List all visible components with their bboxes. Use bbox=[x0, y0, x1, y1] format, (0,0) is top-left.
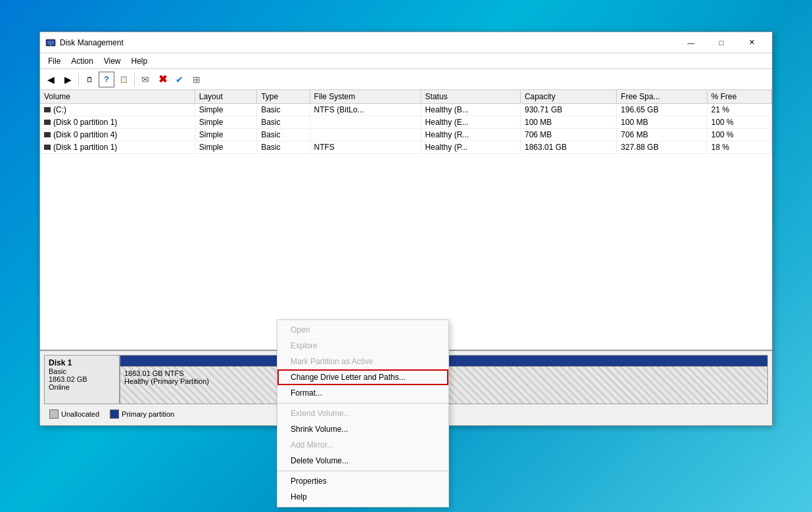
legend-primary-box bbox=[110, 409, 119, 419]
maximize-button[interactable]: □ bbox=[706, 32, 736, 53]
cell-layout: Simple bbox=[195, 141, 256, 154]
cell-layout: Simple bbox=[195, 116, 256, 129]
col-volume: Volume bbox=[40, 90, 195, 104]
ctx-item-help[interactable]: Help bbox=[277, 489, 448, 505]
cell-pct: 18 % bbox=[707, 141, 771, 154]
cell-pct: 21 % bbox=[707, 104, 771, 116]
window-controls: — □ ✕ bbox=[676, 32, 767, 53]
cell-status: Healthy (P... bbox=[421, 141, 520, 154]
disk-management-window: Disk Management — □ ✕ File Action View H… bbox=[39, 32, 773, 426]
svg-point-2 bbox=[50, 45, 51, 46]
table-row[interactable]: (C:) Simple Basic NTFS (BitLo... Healthy… bbox=[40, 104, 772, 116]
cell-type: Basic bbox=[257, 129, 310, 141]
legend-primary-label: Primary partition bbox=[122, 410, 174, 418]
window-title: Disk Management bbox=[60, 38, 676, 47]
menu-action[interactable]: Action bbox=[66, 55, 98, 67]
ctx-item-change-drive-letter-and-paths---[interactable]: Change Drive Letter and Paths... bbox=[277, 369, 448, 385]
cell-volume: (Disk 1 partition 1) bbox=[40, 141, 195, 154]
ctx-item-shrink-volume---[interactable]: Shrink Volume... bbox=[277, 421, 448, 437]
col-filesystem: File System bbox=[310, 90, 421, 104]
toolbar-sep-1 bbox=[78, 73, 79, 86]
disk-1-type: Basic bbox=[49, 367, 115, 375]
table-row[interactable]: (Disk 0 partition 4) Simple Basic Health… bbox=[40, 129, 772, 141]
cell-capacity: 706 MB bbox=[520, 129, 616, 141]
col-layout: Layout bbox=[195, 90, 256, 104]
ctx-separator bbox=[277, 471, 448, 471]
col-freespace: Free Spa... bbox=[617, 90, 707, 104]
svg-rect-1 bbox=[47, 41, 54, 45]
cell-capacity: 100 MB bbox=[520, 116, 616, 129]
cell-status: Healthy (R... bbox=[421, 129, 520, 141]
col-status: Status bbox=[421, 90, 520, 104]
toolbar-help[interactable]: ? bbox=[99, 72, 114, 87]
toolbar-delete[interactable]: ✖ bbox=[155, 72, 170, 87]
cell-volume: (C:) bbox=[40, 104, 195, 116]
menu-file[interactable]: File bbox=[43, 55, 66, 67]
toolbar-sep-2 bbox=[134, 73, 135, 86]
disk-1-size: 1863.02 GB bbox=[49, 375, 115, 383]
cell-type: Basic bbox=[257, 116, 310, 129]
cell-layout: Simple bbox=[195, 129, 256, 141]
ctx-item-add-mirror---: Add Mirror... bbox=[277, 437, 448, 453]
legend-unalloc-label: Unallocated bbox=[61, 410, 99, 418]
ctx-item-properties[interactable]: Properties bbox=[277, 473, 448, 489]
minimize-button[interactable]: — bbox=[676, 32, 706, 53]
legend-primary: Primary partition bbox=[110, 409, 174, 419]
disk-1-status: Online bbox=[49, 383, 115, 391]
legend-unalloc-box bbox=[49, 409, 59, 419]
context-menu: OpenExploreMark Partition as ActiveChang… bbox=[277, 319, 449, 507]
col-type: Type bbox=[257, 90, 310, 104]
menu-bar: File Action View Help bbox=[40, 53, 772, 69]
cell-filesystem bbox=[310, 116, 421, 129]
table-header-row: Volume Layout Type File System Status Ca… bbox=[40, 90, 772, 104]
cell-capacity: 1863.01 GB bbox=[520, 141, 616, 154]
ctx-item-delete-volume---[interactable]: Delete Volume... bbox=[277, 453, 448, 469]
cell-status: Healthy (E... bbox=[421, 116, 520, 129]
ctx-item-extend-volume---: Extend Volume... bbox=[277, 406, 448, 421]
cell-free: 706 MB bbox=[617, 129, 707, 141]
cell-free: 327.88 GB bbox=[617, 141, 707, 154]
volumes-table-area[interactable]: Volume Layout Type File System Status Ca… bbox=[40, 90, 772, 351]
table-row[interactable]: (Disk 1 partition 1) Simple Basic NTFS H… bbox=[40, 141, 772, 154]
toolbar: ◀ ▶ 🗒 ? 📋 ✉ ✖ ✔ ⊞ bbox=[40, 69, 772, 90]
cell-type: Basic bbox=[257, 141, 310, 154]
title-bar: Disk Management — □ ✕ bbox=[40, 32, 772, 53]
legend-unallocated: Unallocated bbox=[49, 409, 99, 419]
cell-free: 100 MB bbox=[617, 116, 707, 129]
ctx-item-explore: Explore bbox=[277, 338, 448, 354]
close-button[interactable]: ✕ bbox=[736, 32, 767, 53]
cell-filesystem bbox=[310, 129, 421, 141]
toolbar-forward[interactable]: ▶ bbox=[60, 72, 76, 87]
toolbar-grid[interactable]: ⊞ bbox=[189, 72, 204, 87]
toolbar-properties[interactable]: 🗒 bbox=[82, 72, 97, 87]
cell-status: Healthy (B... bbox=[421, 104, 520, 116]
cell-type: Basic bbox=[257, 104, 310, 116]
disk-1-label: Disk 1 Basic 1863.02 GB Online bbox=[44, 355, 120, 404]
cell-layout: Simple bbox=[195, 104, 256, 116]
col-pct-free: % Free bbox=[707, 90, 771, 104]
cell-free: 196.65 GB bbox=[617, 104, 707, 116]
ctx-item-mark-partition-as-active: Mark Partition as Active bbox=[277, 354, 448, 369]
ctx-item-format---[interactable]: Format... bbox=[277, 385, 448, 401]
cell-filesystem: NTFS bbox=[310, 141, 421, 154]
disk-1-name: Disk 1 bbox=[49, 358, 115, 367]
cell-volume: (Disk 0 partition 1) bbox=[40, 116, 195, 129]
app-icon bbox=[45, 37, 56, 48]
col-capacity: Capacity bbox=[520, 90, 616, 104]
cell-volume: (Disk 0 partition 4) bbox=[40, 129, 195, 141]
table-row[interactable]: (Disk 0 partition 1) Simple Basic Health… bbox=[40, 116, 772, 129]
toolbar-back[interactable]: ◀ bbox=[43, 72, 59, 87]
toolbar-mail[interactable]: ✉ bbox=[137, 72, 153, 87]
cell-filesystem: NTFS (BitLo... bbox=[310, 104, 421, 116]
menu-view[interactable]: View bbox=[99, 55, 126, 67]
cell-capacity: 930.71 GB bbox=[520, 104, 616, 116]
ctx-item-open: Open bbox=[277, 322, 448, 338]
toolbar-table[interactable]: 📋 bbox=[116, 72, 131, 87]
cell-pct: 100 % bbox=[707, 129, 771, 141]
menu-help[interactable]: Help bbox=[126, 55, 153, 67]
cell-pct: 100 % bbox=[707, 116, 771, 129]
volumes-table: Volume Layout Type File System Status Ca… bbox=[40, 90, 772, 154]
toolbar-check[interactable]: ✔ bbox=[172, 72, 187, 87]
ctx-separator bbox=[277, 403, 448, 404]
